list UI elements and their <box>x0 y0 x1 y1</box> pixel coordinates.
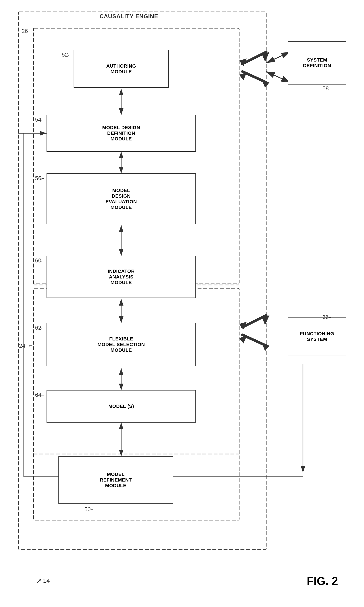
model-design-def-label: MODEL DESIGNDEFINITIONMODULE <box>102 125 140 142</box>
label-26-tick: ⌐ <box>31 28 35 34</box>
svg-marker-27 <box>262 315 269 325</box>
svg-line-24 <box>242 315 266 327</box>
model-design-def-box: MODEL DESIGNDEFINITIONMODULE <box>47 115 196 152</box>
models-label: MODEL (S) <box>108 403 134 409</box>
label-24-tick: ⌐ <box>29 342 32 349</box>
svg-marker-22 <box>239 73 247 80</box>
svg-marker-20 <box>239 58 247 66</box>
label-50: 50⌐ <box>84 506 93 513</box>
model-design-eval-box: MODELDESIGNEVALUATIONMODULE <box>47 173 196 224</box>
authoring-module-label: AUTHORINGMODULE <box>106 63 136 75</box>
label-64: 64⌐ <box>35 392 44 398</box>
svg-line-25 <box>242 335 266 346</box>
system-definition-label: SYSTEMDEFINITION <box>303 57 331 69</box>
diagram-container: CAUSALITY ENGINE 26 ⌐ 24 ⌐ AUTHORINGMODU… <box>0 0 364 607</box>
models-box: MODEL (S) <box>47 390 196 423</box>
model-design-eval-label: MODELDESIGNEVALUATIONMODULE <box>106 188 137 210</box>
svg-marker-23 <box>262 80 269 88</box>
label-26: 26 <box>22 28 28 34</box>
diagram-svg <box>0 0 364 607</box>
label-60: 60⌐ <box>35 257 44 264</box>
model-refinement-label: MODELREFINEMENTMODULE <box>100 471 132 488</box>
svg-line-19 <box>242 71 266 82</box>
svg-marker-28 <box>239 336 247 344</box>
label-66: 66⌐ <box>323 314 332 320</box>
label-58: 58⌐ <box>323 85 332 92</box>
svg-line-18 <box>242 52 266 64</box>
label-54: 54⌐ <box>35 116 44 123</box>
label-14: ↗14 <box>36 576 50 585</box>
svg-marker-21 <box>262 52 269 62</box>
authoring-module-box: AUTHORINGMODULE <box>74 50 169 88</box>
svg-marker-26 <box>239 322 247 329</box>
functioning-system-box: FUNCTIONINGSYSTEM <box>288 317 346 355</box>
label-24: 24 <box>19 342 25 349</box>
indicator-analysis-box: INDICATORANALYSISMODULE <box>47 256 196 298</box>
indicator-analysis-label: INDICATORANALYSISMODULE <box>108 268 135 285</box>
label-56: 56⌐ <box>35 175 44 182</box>
label-62: 62⌐ <box>35 324 44 331</box>
flexible-model-box: FLEXIBLEMODEL SELECTIONMODULE <box>47 323 196 366</box>
svg-marker-29 <box>262 344 269 351</box>
figure-label: FIG. 2 <box>307 575 338 588</box>
functioning-system-label: FUNCTIONINGSYSTEM <box>300 331 334 342</box>
model-refinement-box: MODELREFINEMENTMODULE <box>58 456 173 504</box>
system-definition-box: SYSTEMDEFINITION <box>288 41 346 84</box>
casuality-engine-label: CAUSALITY ENGINE <box>100 13 158 20</box>
flexible-model-label: FLEXIBLEMODEL SELECTIONMODULE <box>98 336 145 353</box>
label-52: 52⌐ <box>62 51 71 58</box>
svg-line-16 <box>266 52 290 63</box>
svg-line-17 <box>266 71 290 82</box>
